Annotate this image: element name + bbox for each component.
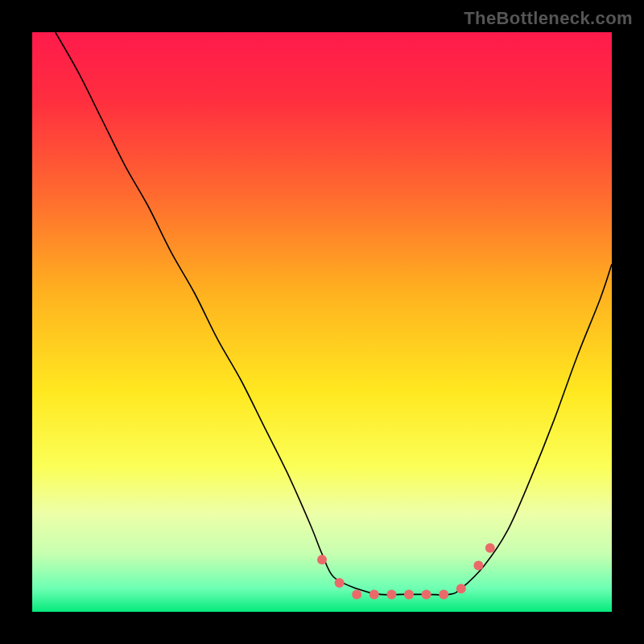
marker-dot [422, 589, 431, 599]
marker-dot [473, 560, 483, 570]
marker-dot [386, 589, 396, 599]
chart-frame [32, 32, 612, 612]
gradient-background [32, 32, 612, 612]
marker-dot [439, 589, 448, 599]
marker-dot [456, 584, 466, 593]
marker-dot [404, 589, 414, 599]
marker-dot [485, 543, 495, 553]
marker-dot [369, 589, 379, 599]
bottleneck-chart [32, 32, 612, 612]
marker-dot [317, 555, 327, 564]
marker-dot [352, 589, 361, 599]
marker-dot [335, 578, 345, 588]
watermark-text: TheBottleneck.com [464, 8, 633, 29]
